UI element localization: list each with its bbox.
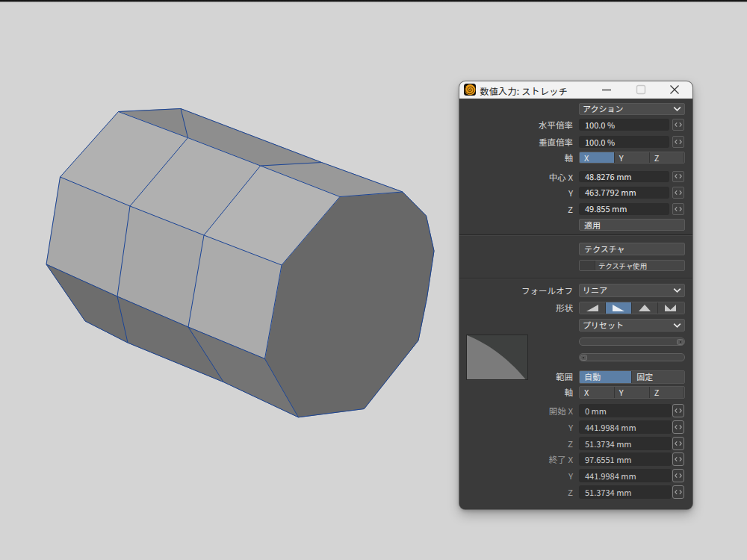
center-x-label: 中心 X xyxy=(461,171,573,183)
metasequoia-app-icon xyxy=(464,84,476,96)
h-scale-label: 水平倍率 xyxy=(461,119,573,131)
preset-dropdown-value: プリセット xyxy=(583,319,624,331)
start-x-field[interactable]: 0 mm xyxy=(579,404,672,417)
chevron-down-icon xyxy=(673,288,681,293)
peak-triangle-icon xyxy=(638,304,651,312)
texture-button[interactable]: テクスチャ xyxy=(579,243,685,255)
range-segmented-option-自動[interactable]: 自動 xyxy=(580,371,632,383)
slider-1-handle[interactable] xyxy=(677,339,684,346)
end-z-label: Z xyxy=(461,485,573,499)
preset-dropdown[interactable]: プリセット xyxy=(579,319,685,332)
end-y-field-stepper[interactable] xyxy=(672,469,684,482)
range-segmented: 自動固定 xyxy=(579,370,685,384)
falloff-label: フォールオフ xyxy=(461,284,573,297)
valley-triangle-icon xyxy=(664,304,678,312)
center-z-label: Z xyxy=(461,203,573,215)
end-y-field[interactable]: 441.9984 mm xyxy=(579,469,672,482)
section-separator xyxy=(459,234,692,236)
axis-label: 軸 xyxy=(461,152,573,164)
shape-segmented xyxy=(579,302,685,314)
shape-label: 形状 xyxy=(461,302,573,314)
ramp-up-triangle-icon xyxy=(586,304,599,312)
axis2-segmented: XYZ xyxy=(579,386,685,399)
spinner-arrows-icon xyxy=(675,408,682,414)
end-x-field[interactable]: 97.6551 mm xyxy=(579,452,672,466)
shape-button-2[interactable] xyxy=(632,302,658,314)
axis-segmented-option-x[interactable]: X xyxy=(580,152,615,164)
range-segmented-option-固定[interactable]: 固定 xyxy=(632,371,684,383)
spinner-arrows-icon xyxy=(675,122,682,128)
action-dropdown-value: アクション xyxy=(583,102,623,114)
range-label: 範囲 xyxy=(461,370,573,384)
spinner-arrows-icon xyxy=(675,206,682,211)
v-scale-field-stepper[interactable] xyxy=(672,136,684,148)
start-x-field-stepper[interactable] xyxy=(672,404,684,417)
end-y-label: Y xyxy=(461,469,573,482)
start-z-label: Z xyxy=(461,437,573,450)
falloff-slider-1[interactable] xyxy=(579,337,685,346)
center-y-field-stepper[interactable] xyxy=(672,187,684,199)
spinner-arrows-icon xyxy=(675,457,682,462)
center-x-field-stepper[interactable] xyxy=(672,171,684,183)
v-scale-field[interactable]: 100.0 % xyxy=(579,136,669,148)
ramp-down-triangle-icon xyxy=(612,304,625,312)
axis2-segmented-option-y[interactable]: Y xyxy=(615,387,650,398)
section-separator-2 xyxy=(459,278,692,279)
dialog-title: 数値入力: ストレッチ xyxy=(480,84,568,97)
falloff-dropdown[interactable]: リニア xyxy=(579,284,685,297)
texture-use-label: テクスチャ使用 xyxy=(595,261,684,271)
center-y-label: Y xyxy=(461,187,573,199)
shape-button-1[interactable] xyxy=(606,302,632,314)
shape-button-0[interactable] xyxy=(580,302,606,314)
shape-button-3[interactable] xyxy=(658,302,684,314)
center-y-field[interactable]: 463.7792 mm xyxy=(579,187,669,199)
end-z-field-stepper[interactable] xyxy=(672,485,684,499)
spinner-arrows-icon xyxy=(675,473,682,479)
chevron-down-icon xyxy=(673,323,681,328)
minimize-button[interactable] xyxy=(594,81,619,99)
maximize-icon xyxy=(636,86,645,94)
start-z-field[interactable]: 51.3734 mm xyxy=(579,437,672,450)
maximize-button-disabled xyxy=(628,81,654,99)
end-x-label: 終了 X xyxy=(461,452,573,466)
viewport-top-edge xyxy=(0,0,747,2)
axis-segmented-option-y[interactable]: Y xyxy=(615,152,650,164)
texture-use-toggle[interactable]: テクスチャ使用 xyxy=(579,260,685,272)
end-z-field[interactable]: 51.3734 mm xyxy=(579,485,672,499)
start-x-label: 開始 X xyxy=(461,404,573,417)
dialog-body: アクション水平倍率100.0 %垂直倍率100.0 %軸XYZ中心 X48.82… xyxy=(459,99,692,509)
center-z-field[interactable]: 49.855 mm xyxy=(579,203,669,215)
action-dropdown[interactable]: アクション xyxy=(579,103,685,115)
axis-segmented-option-z[interactable]: Z xyxy=(650,152,684,164)
axis2-label: 軸 xyxy=(461,386,573,399)
v-scale-label: 垂直倍率 xyxy=(461,136,573,148)
axis-segmented: XYZ xyxy=(579,152,685,164)
start-y-field-stepper[interactable] xyxy=(672,420,684,434)
spinner-arrows-icon xyxy=(675,489,682,494)
axis2-segmented-option-z[interactable]: Z xyxy=(650,387,684,398)
spinner-arrows-icon xyxy=(675,190,682,195)
numeric-input-stretch-dialog: 数値入力: ストレッチ アクション水平倍率100.0 %垂直倍率100.0 %軸… xyxy=(459,81,692,509)
metasequoia-viewport-screenshot: { "window": { "title": "数値入力: ストレッチ", "t… xyxy=(0,0,747,560)
spinner-arrows-icon xyxy=(675,139,682,144)
spinner-arrows-icon xyxy=(675,441,682,446)
end-x-field-stepper[interactable] xyxy=(672,452,684,466)
start-y-label: Y xyxy=(461,420,573,434)
slider-2-handle[interactable] xyxy=(580,355,587,361)
spinner-arrows-icon xyxy=(675,174,682,179)
apply-button[interactable]: 適用 xyxy=(579,219,685,231)
close-button[interactable] xyxy=(662,81,687,99)
dialog-titlebar[interactable]: 数値入力: ストレッチ xyxy=(459,81,692,99)
h-scale-field[interactable]: 100.0 % xyxy=(579,119,669,131)
center-x-field[interactable]: 48.8276 mm xyxy=(579,171,669,183)
spinner-arrows-icon xyxy=(675,425,682,430)
center-z-field-stepper[interactable] xyxy=(672,203,684,215)
axis2-segmented-option-x[interactable]: X xyxy=(580,387,615,398)
h-scale-field-stepper[interactable] xyxy=(672,119,684,131)
falloff-dropdown-value: リニア xyxy=(583,284,607,296)
texture-use-checkbox[interactable] xyxy=(580,261,595,271)
chevron-down-icon xyxy=(673,106,681,111)
start-z-field-stepper[interactable] xyxy=(672,437,684,450)
start-y-field[interactable]: 441.9984 mm xyxy=(579,420,672,434)
falloff-slider-2[interactable] xyxy=(579,353,685,361)
